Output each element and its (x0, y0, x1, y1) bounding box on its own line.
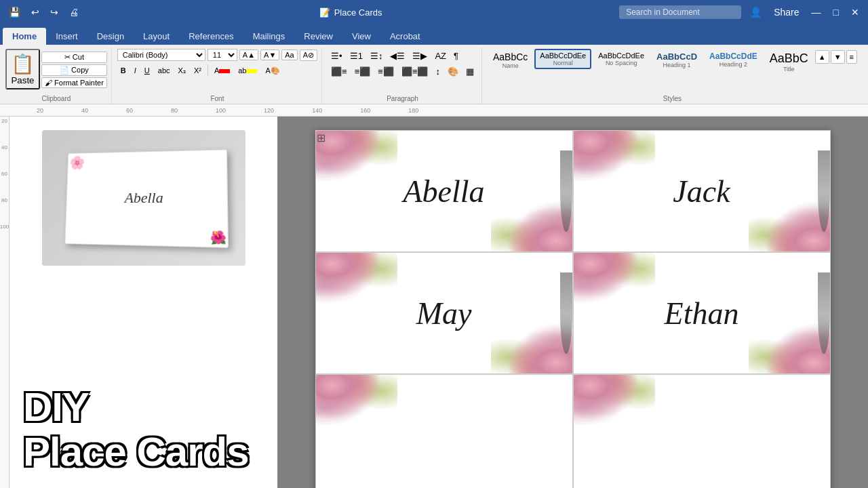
redo-button[interactable]: ↪ (47, 5, 62, 19)
subscript-button[interactable]: X₂ (175, 64, 189, 77)
card-name-3: May (416, 296, 472, 331)
highlight-button[interactable]: ab (235, 64, 260, 77)
styles-pane-area: AÄ StylesPane (863, 47, 868, 104)
text-effects-button[interactable]: A🎨 (262, 64, 283, 77)
font-color-button[interactable]: A (211, 64, 233, 77)
title-bar-left: 💾 ↩ ↪ 🖨 (5, 5, 82, 19)
tab-home[interactable]: Home (3, 28, 46, 45)
tab-mailings[interactable]: Mailings (243, 28, 295, 45)
font-size-select[interactable]: 11 12 14 (208, 49, 237, 61)
main-area: 20 40 60 80 100 🌸 Abella 🌺 DIY Place Car… (0, 117, 868, 488)
superscript-button[interactable]: X² (191, 64, 205, 77)
tab-design[interactable]: Design (87, 28, 134, 45)
strikethrough-button[interactable]: abc (155, 64, 174, 77)
tab-acrobat[interactable]: Acrobat (380, 28, 430, 45)
place-card-1[interactable]: Abella (315, 130, 573, 252)
tab-insert[interactable]: Insert (46, 28, 87, 45)
undo-button[interactable]: ↩ (28, 5, 43, 19)
preview-name: Abella (124, 189, 163, 207)
sort-button[interactable]: AZ (431, 49, 450, 63)
cut-button[interactable]: ✂ Cut (41, 52, 107, 63)
font-group: Calibri (Body) 11 12 14 A▲ A▼ Aa A⊘ B I … (113, 47, 322, 104)
save-button[interactable]: 💾 (5, 5, 24, 19)
search-input[interactable] (619, 5, 741, 19)
tab-layout[interactable]: Layout (134, 28, 179, 45)
place-card-2[interactable]: Jack (573, 130, 831, 252)
change-case-button[interactable]: Aa (281, 49, 297, 60)
place-card-6[interactable] (573, 374, 831, 488)
add-content-button[interactable]: ⊞ (317, 131, 326, 144)
highlight-swatch (246, 69, 257, 73)
increase-indent-button[interactable]: ☰▶ (409, 49, 431, 63)
place-card-5[interactable] (315, 374, 573, 488)
floral-tl-2 (574, 131, 655, 185)
document-area[interactable]: ⊞ Abella Jack May (277, 117, 868, 488)
title-bar-center: 📝 Place Cards (319, 7, 382, 18)
feather-2 (818, 150, 830, 232)
document-title: Place Cards (334, 7, 382, 18)
justify-button[interactable]: ⬛≡⬛ (398, 64, 432, 79)
tab-review[interactable]: Review (294, 28, 342, 45)
copy-button[interactable]: 📄 Copy (41, 64, 107, 76)
align-center-button[interactable]: ≡⬛ (351, 64, 374, 79)
thumbnail-panel: 🌸 Abella 🌺 DIY Place Cards (9, 117, 277, 488)
style-heading1-button[interactable]: AaBbCcD Heading 1 (651, 49, 703, 71)
minimize-button[interactable]: — (808, 5, 825, 19)
format-painter-button[interactable]: 🖌 Format Painter (41, 77, 107, 88)
show-hide-button[interactable]: ¶ (450, 49, 462, 63)
shading-button[interactable]: 🎨 (444, 64, 462, 79)
decrease-indent-button[interactable]: ◀☰ (387, 49, 408, 63)
align-right-button[interactable]: ≡⬛ (374, 64, 397, 79)
bullets-button[interactable]: ☰• (328, 49, 346, 63)
ribbon-tabs: Home Insert Design Layout References Mai… (0, 24, 868, 45)
floral-tl-6 (574, 375, 655, 429)
horizontal-ruler: 20 40 60 80 100 120 140 160 180 (0, 104, 868, 117)
diy-line1: DIY (23, 385, 277, 430)
divider (208, 64, 208, 77)
font-family-select[interactable]: Calibri (Body) (117, 49, 205, 61)
font-label: Font (117, 95, 317, 104)
style-title-button[interactable]: AaBbC Title (764, 49, 814, 75)
place-card-3[interactable]: May (315, 252, 573, 374)
ribbon: 📋 Paste ✂ Cut 📄 Copy 🖌 Format Painter Cl… (0, 45, 868, 104)
diy-overlay: DIY Place Cards (23, 385, 277, 474)
font-color-swatch (219, 69, 230, 73)
tab-references[interactable]: References (179, 28, 243, 45)
bold-button[interactable]: B (117, 64, 130, 77)
close-button[interactable]: ✕ (848, 5, 863, 19)
underline-button[interactable]: U (141, 64, 153, 77)
style-normal-button[interactable]: AaBbCcDdEe Normal (534, 49, 591, 69)
tab-view[interactable]: View (342, 28, 380, 45)
italic-button[interactable]: I (131, 64, 140, 77)
paste-icon: 📋 (11, 53, 35, 75)
floral-tl-4 (574, 253, 655, 307)
clear-format-button[interactable]: A⊘ (300, 49, 317, 61)
align-left-button[interactable]: ⬛≡ (328, 64, 351, 79)
floral-decoration-br: 🌺 (210, 230, 226, 246)
thumbnail-image: 🌸 Abella 🌺 (42, 130, 245, 266)
border-button[interactable]: ▦ (462, 64, 477, 79)
paragraph-group: ☰• ☰1 ☰↕ ◀☰ ☰▶ AZ ¶ ⬛≡ ≡⬛ ≡⬛ ⬛≡⬛ ↕ 🎨 ▦ P… (323, 47, 482, 104)
styles-group: AaBbCc Name AaBbCcDdEe Normal AaBbCcDdEe… (484, 47, 861, 104)
place-card-4[interactable]: Ethan (573, 252, 831, 374)
share-button[interactable]: Share (770, 5, 802, 19)
styles-scroll-up[interactable]: ▲ (815, 50, 829, 64)
style-heading2-button[interactable]: AaBbCcDdE Heading 2 (704, 49, 763, 70)
paste-button[interactable]: 📋 Paste (5, 49, 40, 89)
styles-scroll-down[interactable]: ▼ (831, 50, 845, 64)
line-spacing-button[interactable]: ↕ (432, 64, 443, 79)
print-button[interactable]: 🖨 (66, 5, 82, 19)
vertical-ruler: 20 40 60 80 100 (0, 117, 9, 488)
card-name-2: Jack (673, 174, 730, 209)
floral-tl-3 (316, 253, 397, 307)
shrink-font-button[interactable]: A▼ (260, 49, 279, 60)
numbering-button[interactable]: ☰1 (347, 49, 366, 63)
word-icon: 📝 (319, 7, 330, 18)
account-button[interactable]: 👤 (747, 5, 765, 19)
multilevel-button[interactable]: ☰↕ (367, 49, 387, 63)
maximize-button[interactable]: □ (830, 5, 842, 19)
style-name-button[interactable]: AaBbCc Name (488, 49, 533, 72)
grow-font-button[interactable]: A▲ (239, 49, 258, 60)
styles-more[interactable]: ≡ (846, 50, 857, 64)
style-no-spacing-button[interactable]: AaBbCcDdEe No Spacing (593, 49, 650, 69)
